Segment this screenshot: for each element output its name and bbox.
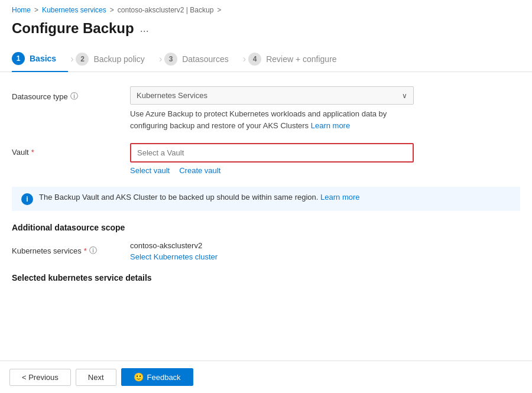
tab-sep-2: › (159, 54, 162, 64)
datasource-type-dropdown[interactable]: Kubernetes Services ∨ (130, 86, 414, 105)
kubernetes-services-label-text: Kubernetes services (12, 246, 82, 255)
kubernetes-services-required-indicator: * (84, 246, 87, 255)
info-banner-icon: i (21, 193, 33, 205)
datasource-type-row: Datasource type ⓘ Kubernetes Services ∨ … (12, 86, 520, 131)
tab-review-configure-label: Review + configure (266, 54, 336, 64)
create-vault-link[interactable]: Create vault (179, 166, 220, 175)
datasource-type-arrow-icon: ∨ (402, 92, 407, 100)
vault-row: Vault * Select vault Create vault (12, 143, 520, 175)
kubernetes-services-value: contoso-aksclusterv2 (130, 241, 202, 250)
wizard-tabs: 1 Basics › 2 Backup policy › 3 Datasourc… (0, 46, 532, 72)
tab-sep-3: › (243, 54, 246, 64)
breadcrumb-current: contoso-aksclusterv2 | Backup (118, 6, 214, 14)
title-menu-button[interactable]: ... (140, 22, 149, 35)
next-button[interactable]: Next (76, 369, 116, 386)
datasource-type-info-icon[interactable]: ⓘ (70, 91, 78, 102)
datasource-type-description: Use Azure Backup to protect Kubernetes w… (130, 108, 414, 131)
feedback-label: Feedback (147, 373, 181, 382)
footer: < Previous Next 🙂 Feedback (0, 360, 532, 393)
breadcrumb: Home > Kubernetes services > contoso-aks… (0, 0, 532, 18)
tab-datasources[interactable]: 3 Datasources (164, 47, 241, 72)
select-vault-link[interactable]: Select vault (130, 166, 170, 175)
tab-datasources-label: Datasources (182, 54, 229, 64)
form-content: Datasource type ⓘ Kubernetes Services ∨ … (0, 86, 532, 360)
selected-k8s-section: Selected kubernetes service details (12, 273, 520, 282)
vault-field: Select vault Create vault (130, 143, 520, 175)
datasource-type-value: Kubernetes Services (137, 91, 207, 100)
breadcrumb-home[interactable]: Home (12, 6, 31, 14)
datasource-type-field: Kubernetes Services ∨ Use Azure Backup t… (130, 86, 520, 131)
breadcrumb-sep-1: > (34, 6, 38, 14)
additional-datasource-heading: Additional datasource scope (12, 223, 520, 232)
additional-datasource-section: Additional datasource scope Kubernetes s… (12, 223, 520, 261)
info-banner-text: The Backup Vault and AKS Cluster to be b… (39, 193, 360, 202)
breadcrumb-kubernetes-services[interactable]: Kubernetes services (42, 6, 106, 14)
selected-k8s-heading: Selected kubernetes service details (12, 273, 520, 282)
vault-input[interactable] (130, 143, 414, 163)
vault-links: Select vault Create vault (130, 166, 520, 175)
page-title-area: Configure Backup ... (0, 18, 532, 46)
page-container: Home > Kubernetes services > contoso-aks… (0, 0, 532, 393)
breadcrumb-sep-2: > (110, 6, 114, 14)
tab-backup-policy-label: Backup policy (93, 54, 144, 64)
select-kubernetes-cluster-link[interactable]: Select Kubernetes cluster (130, 252, 520, 261)
kubernetes-services-row: Kubernetes services * ⓘ contoso-aksclust… (12, 241, 520, 261)
tab-backup-policy[interactable]: 2 Backup policy (76, 47, 156, 72)
tab-review-configure-number: 4 (248, 53, 261, 66)
feedback-icon: 🙂 (134, 372, 144, 382)
tab-basics-number: 1 (12, 52, 25, 65)
tab-backup-policy-number: 2 (76, 53, 89, 66)
datasource-type-label: Datasource type ⓘ (12, 86, 130, 102)
breadcrumb-sep-3: > (217, 6, 221, 14)
vault-required-indicator: * (31, 148, 34, 157)
kubernetes-services-info-icon[interactable]: ⓘ (89, 245, 97, 256)
feedback-button[interactable]: 🙂 Feedback (121, 368, 193, 386)
kubernetes-services-label: Kubernetes services * ⓘ (12, 241, 130, 256)
tab-review-configure[interactable]: 4 Review + configure (248, 47, 348, 72)
tab-basics[interactable]: 1 Basics (12, 46, 68, 72)
datasource-type-learn-more[interactable]: Learn more (311, 121, 350, 130)
datasource-type-label-text: Datasource type (12, 92, 68, 101)
info-banner: i The Backup Vault and AKS Cluster to be… (12, 187, 520, 211)
vault-label-text: Vault (12, 148, 29, 157)
info-banner-learn-more[interactable]: Learn more (320, 193, 359, 202)
tab-sep-1: › (70, 54, 73, 64)
previous-button[interactable]: < Previous (9, 369, 71, 386)
tab-basics-label: Basics (30, 54, 56, 63)
info-banner-text-content: The Backup Vault and AKS Cluster to be b… (39, 193, 318, 202)
tab-datasources-number: 3 (164, 53, 177, 66)
vault-label: Vault * (12, 143, 130, 157)
page-title: Configure Backup (12, 20, 134, 37)
kubernetes-services-field: contoso-aksclusterv2 Select Kubernetes c… (130, 241, 520, 261)
